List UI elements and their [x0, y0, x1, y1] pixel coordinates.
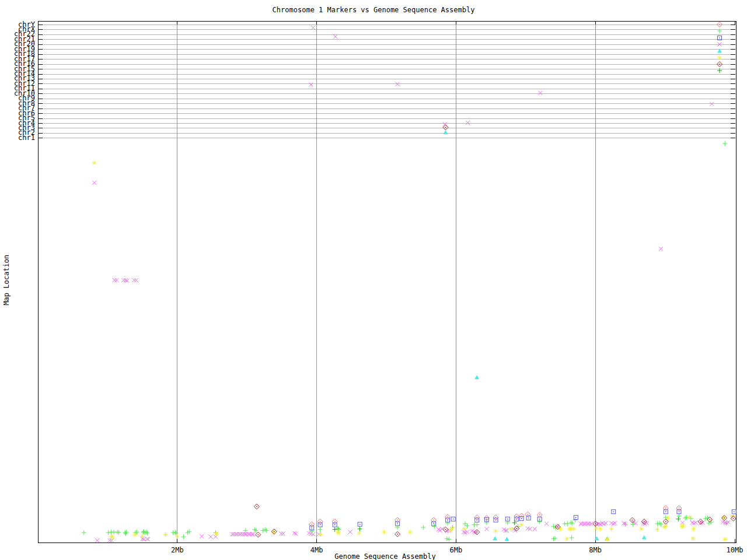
- data-point: [537, 512, 542, 517]
- data-point: [209, 535, 213, 539]
- data-point: [655, 522, 659, 526]
- data-point: [659, 247, 663, 251]
- data-point: [639, 527, 644, 531]
- plus-legend-marker-icon: [716, 67, 723, 74]
- data-point: [538, 91, 542, 95]
- data-point: [474, 523, 479, 527]
- data-point: [732, 510, 736, 514]
- data-point: [605, 537, 609, 542]
- data-point: [382, 530, 386, 534]
- data-point: [571, 527, 576, 531]
- data-point: [92, 160, 97, 165]
- star-legend-marker-icon: [716, 54, 723, 61]
- data-point: [106, 530, 111, 535]
- chromosome-marker-chart: Chromosome 1 Markers vs Genome Sequence …: [0, 0, 747, 560]
- data-point: [309, 83, 313, 87]
- data-point: [95, 538, 99, 542]
- data-point: [474, 375, 479, 379]
- data-point: [113, 278, 117, 282]
- data-point: [690, 536, 695, 541]
- data-point: [687, 514, 692, 519]
- data-point: [292, 531, 296, 535]
- data-point: [445, 521, 450, 526]
- data-point: [358, 527, 362, 531]
- plot-frame: [38, 21, 736, 542]
- data-point: [281, 531, 285, 536]
- data-point: [451, 517, 455, 521]
- square-dot-legend-marker-icon: [716, 34, 723, 41]
- data-point: [598, 527, 603, 531]
- data-point: [680, 521, 685, 525]
- data-point: [254, 504, 259, 509]
- data-point: [462, 527, 467, 531]
- data-point: [333, 523, 337, 527]
- data-point: [181, 534, 186, 539]
- data-point: [558, 527, 563, 531]
- data-point: [730, 513, 735, 518]
- data-point: [358, 522, 362, 526]
- data-point: [513, 528, 517, 533]
- data-point: [564, 537, 569, 541]
- data-point: [463, 522, 467, 526]
- data-point: [243, 528, 248, 533]
- data-point: [537, 519, 542, 524]
- plus-legend-marker-icon: [716, 27, 723, 34]
- data-point: [294, 531, 298, 536]
- data-point: [241, 532, 245, 536]
- gridlines: [39, 22, 735, 542]
- data-point: [318, 527, 323, 532]
- data-point: [570, 536, 574, 540]
- data-point: [395, 531, 400, 537]
- data-point: [484, 520, 489, 525]
- data-point: [357, 531, 361, 536]
- data-point: [484, 527, 488, 531]
- data-point: [110, 538, 114, 542]
- data-point: [574, 516, 578, 520]
- data-point: [171, 530, 176, 535]
- triangle-legend-marker-icon: [716, 47, 723, 54]
- data-point: [449, 527, 454, 531]
- data-point: [333, 34, 337, 38]
- data-point: [134, 278, 138, 282]
- data-point: [421, 525, 425, 530]
- data-point: [655, 527, 659, 532]
- data-point: [681, 524, 686, 528]
- diamond-dot-legend-marker-icon: [716, 21, 723, 28]
- x-tick-label: 2Mb: [160, 546, 195, 554]
- data-point: [132, 278, 136, 282]
- data-point: [318, 523, 322, 527]
- data-point: [446, 537, 451, 542]
- data-point: [124, 278, 128, 282]
- data-point: [466, 121, 470, 125]
- data-point: [519, 523, 524, 527]
- data-point: [493, 528, 498, 533]
- data-point: [175, 534, 180, 538]
- data-point: [140, 534, 145, 538]
- data-point: [692, 527, 696, 531]
- data-point: [676, 517, 680, 522]
- data-point: [438, 528, 442, 533]
- data-point: [544, 522, 549, 526]
- data-point: [173, 530, 177, 534]
- x-tick-label: 8Mb: [578, 546, 613, 554]
- data-point: [505, 537, 509, 541]
- y-tick-label: chr1: [1, 135, 35, 141]
- data-point: [319, 533, 323, 537]
- data-point: [311, 26, 315, 30]
- data-point: [462, 530, 466, 534]
- x-tick-label: 4Mb: [299, 546, 334, 554]
- data-point: [445, 537, 449, 541]
- x-tick-label: 6Mb: [438, 546, 473, 554]
- data-point: [92, 181, 96, 185]
- data-point: [256, 532, 261, 537]
- data-points: [82, 26, 736, 542]
- data-point: [613, 521, 617, 525]
- data-point: [676, 513, 681, 518]
- data-point: [509, 527, 514, 531]
- data-point: [443, 130, 448, 134]
- data-point: [214, 535, 218, 539]
- data-point: [82, 530, 86, 535]
- axis-ticks: [38, 21, 735, 542]
- data-point: [163, 533, 168, 537]
- data-point: [609, 527, 614, 531]
